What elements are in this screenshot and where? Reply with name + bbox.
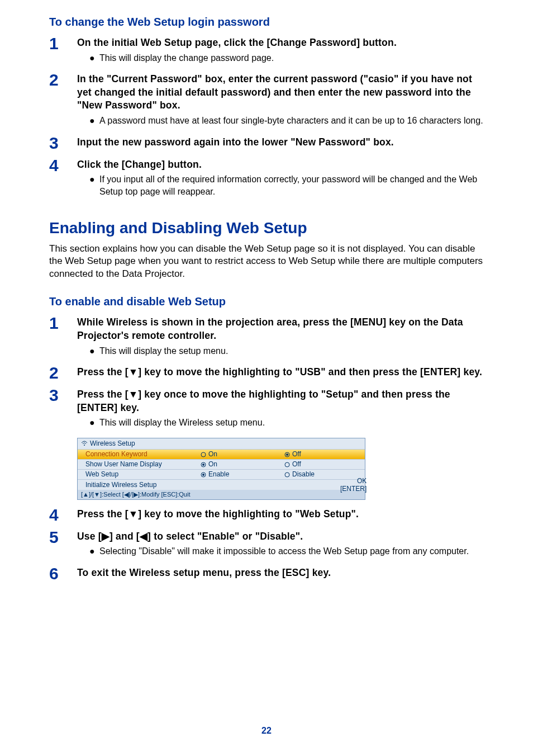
menu-row-option: On (201, 450, 284, 458)
menu-row-option: Off (284, 460, 340, 468)
step-title: On the initial Web Setup page, click the… (77, 36, 484, 50)
wireless-setup-menu: Wireless Setup Connection KeywordOnOffSh… (77, 438, 365, 500)
menu-row-label: Initialize Wireless Setup (78, 481, 201, 489)
bullet: ●This will display the change password p… (89, 52, 484, 64)
step-title: To exit the Wireless setup menu, press t… (77, 566, 484, 580)
section-description: This section explains how you can disabl… (49, 243, 484, 281)
bullet: ●Selecting "Disable" will make it imposs… (89, 545, 484, 557)
svg-point-1 (201, 452, 206, 457)
step: 1While Wireless is shown in the projecti… (49, 315, 484, 359)
step-title: Press the [▼] key to move the highlighti… (77, 366, 484, 379)
step: 6To exit the Wireless setup menu, press … (49, 565, 484, 582)
menu-footer: [▲]/[▼]:Select [◀]/[▶]:Modify [ESC]:Quit (78, 490, 365, 499)
svg-point-3 (286, 453, 288, 456)
bullet: ●This will display the Wireless setup me… (89, 417, 484, 429)
step-title: Press the [▼] key to move the highlighti… (77, 508, 484, 521)
menu-row: Connection KeywordOnOff (78, 450, 365, 460)
step-number: 2 (49, 72, 77, 129)
menu-row: Show User Name DisplayOnOff (78, 460, 365, 470)
step-number: 2 (49, 365, 77, 381)
step-number: 4 (49, 507, 77, 523)
menu-row-option: On (201, 460, 284, 468)
menu-row-option: Disable (284, 470, 340, 478)
menu-row-label: Web Setup (78, 470, 201, 478)
menu-row-action: OK [ENTER] (340, 477, 371, 493)
step-title: Input the new password again into the lo… (77, 136, 484, 149)
step: 5Use [▶] and [◀] to select "Enable" or "… (49, 529, 484, 560)
svg-point-9 (285, 472, 289, 477)
step-number: 3 (49, 387, 77, 431)
step: 3Input the new password again into the l… (49, 135, 484, 152)
menu-title: Wireless Setup (78, 438, 365, 450)
step-title: While Wireless is shown in the projectio… (77, 316, 484, 342)
bullet: ●If you input all of the required inform… (89, 173, 484, 197)
bullet: ●This will display the setup menu. (89, 345, 484, 357)
step: 1On the initial Web Setup page, click th… (49, 35, 484, 66)
step: 4Click the [Change] button.●If you input… (49, 157, 484, 200)
svg-point-6 (285, 462, 289, 467)
step-title: Use [▶] and [◀] to select "Enable" or "D… (77, 530, 484, 544)
step-title: Press the [▼] key once to move the highl… (77, 388, 484, 414)
svg-point-0 (84, 445, 85, 446)
step-title: Click the [Change] button. (77, 158, 484, 172)
svg-point-5 (202, 464, 204, 466)
menu-row-option: Off (284, 450, 340, 458)
step: 2In the "Current Password" box, enter th… (49, 72, 484, 129)
svg-point-8 (202, 474, 204, 476)
step-title: In the "Current Password" box, enter the… (77, 73, 484, 112)
menu-title-text: Wireless Setup (90, 440, 135, 447)
step-number: 6 (49, 565, 77, 582)
menu-row-label: Connection Keyword (78, 450, 201, 458)
step-number: 4 (49, 157, 77, 200)
menu-row: Web SetupEnableDisable (78, 470, 365, 480)
wifi-icon (81, 440, 88, 448)
step: 4Press the [▼] key to move the highlight… (49, 507, 484, 523)
step-number: 3 (49, 135, 77, 152)
step: 3Press the [▼] key once to move the high… (49, 387, 484, 431)
sub-heading: To change the Web Setup login password (49, 16, 484, 29)
sub-heading: To enable and disable Web Setup (49, 295, 484, 308)
step-number: 1 (49, 315, 77, 359)
bullet: ●A password must have at least four sing… (89, 115, 484, 127)
page-number: 22 (0, 726, 533, 736)
section-heading: Enabling and Disabling Web Setup (49, 219, 484, 237)
menu-row: Initialize Wireless SetupOK [ENTER] (78, 480, 365, 490)
step-number: 1 (49, 35, 77, 66)
menu-row-label: Show User Name Display (78, 460, 201, 468)
menu-row-option: Enable (201, 470, 284, 478)
step: 2Press the [▼] key to move the highlight… (49, 365, 484, 381)
step-number: 5 (49, 529, 77, 560)
